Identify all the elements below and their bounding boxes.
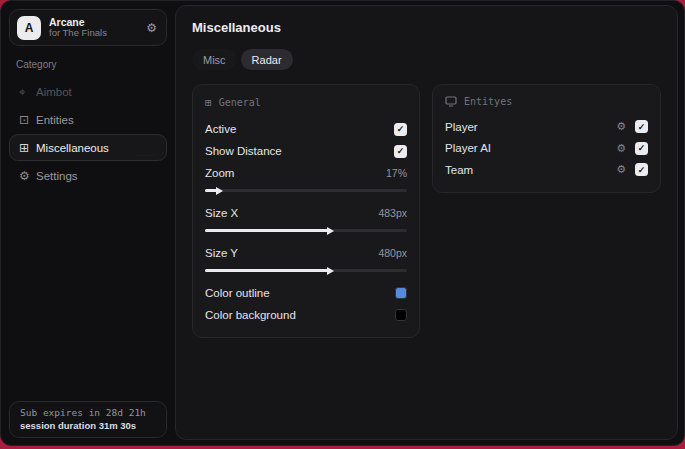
tab-bar: Misc Radar [192,49,661,70]
entity-row-player-ai: Player AI ⚙ ✓ [445,138,648,160]
cards-row: ⊞ General Active ✓ Show Distance ✓ Zoom … [192,84,661,338]
color-outline-label: Color outline [205,287,395,299]
entity-gear-icon[interactable]: ⚙ [616,164,626,175]
tab-misc[interactable]: Misc [192,49,237,70]
sidebar-nav: ⌖ Aimbot ⊡ Entities ⊞ Miscellaneous ····… [9,78,167,190]
general-card: ⊞ General Active ✓ Show Distance ✓ Zoom … [192,84,420,338]
size-x-row: Size X 483px [205,202,407,224]
entity-label: Team [445,164,616,176]
gear-icon: ⚙ [19,169,36,183]
profile-gear-icon[interactable]: ⚙ [146,21,157,35]
general-card-title: General [219,97,261,108]
avatar: A [17,16,41,40]
player-checkbox[interactable]: ✓ [635,120,648,133]
size-y-slider-fill [205,269,328,272]
profile-text: Arcane for The Finals [49,16,146,39]
size-y-slider-thumb[interactable] [327,267,334,275]
entities-card-header: Entityes [445,96,648,107]
color-background-swatch[interactable] [395,309,407,321]
crosshair-icon: ⌖ [19,85,36,99]
zoom-slider-fill [205,189,217,192]
entity-row-player: Player ⚙ ✓ [445,116,648,138]
category-label: Category [16,59,167,70]
entities-card-title: Entityes [464,96,512,107]
app-subtitle: for The Finals [49,28,146,39]
page-title: Miscellaneous [192,20,661,35]
main-panel: Miscellaneous Misc Radar ⊞ General Activ… [175,5,678,440]
size-y-label: Size Y [205,247,378,259]
entity-row-team: Team ⚙ ✓ [445,159,648,181]
sidebar-item-label: Entities [36,114,74,126]
sidebar-item-label: Miscellaneous [36,142,109,154]
entity-label: Player AI [445,142,616,154]
sidebar-item-label: Settings [36,170,78,182]
zoom-value: 17% [386,167,407,179]
show-distance-label: Show Distance [205,145,394,157]
zoom-slider-thumb[interactable] [216,187,223,195]
size-x-label: Size X [205,207,378,219]
entity-gear-icon[interactable]: ⚙ [616,143,626,154]
sidebar-item-settings[interactable]: ⚙ Settings [9,162,167,189]
subscription-card: Sub expires in 28d 21h session duration … [9,401,167,438]
sidebar-item-entities[interactable]: ⊡ Entities [9,106,167,133]
entities-card: Entityes Player ⚙ ✓ Player AI ⚙ ✓ Team ⚙… [432,84,661,193]
show-distance-row: Show Distance ✓ [205,140,407,162]
window-icon: ⊞ [205,96,212,109]
size-y-value: 480px [378,247,407,259]
sidebar-item-aimbot[interactable]: ⌖ Aimbot [9,78,167,105]
watermark: ······· [137,152,156,158]
entities-icon: ⊡ [19,113,36,127]
size-x-slider-fill [205,229,328,232]
color-background-label: Color background [205,309,395,321]
size-x-slider-thumb[interactable] [327,227,334,235]
zoom-label: Zoom [205,167,386,179]
tab-radar[interactable]: Radar [241,49,293,70]
monitor-icon [445,96,457,107]
session-duration-text: session duration 31m 30s [20,420,156,433]
entity-label: Player [445,121,616,133]
sub-expires-text: Sub expires in 28d 21h [20,407,156,420]
app-window: A Arcane for The Finals ⚙ Category ⌖ Aim… [0,0,685,446]
color-outline-swatch[interactable] [395,287,407,299]
show-distance-checkbox[interactable]: ✓ [394,145,407,158]
player-ai-checkbox[interactable]: ✓ [635,142,648,155]
size-x-slider[interactable] [205,229,407,232]
color-background-row: Color background [205,304,407,326]
profile-card[interactable]: A Arcane for The Finals ⚙ [9,9,167,46]
active-label: Active [205,123,394,135]
general-card-header: ⊞ General [205,96,407,109]
sidebar: A Arcane for The Finals ⚙ Category ⌖ Aim… [1,1,175,445]
size-y-row: Size Y 480px [205,242,407,264]
size-x-value: 483px [378,207,407,219]
color-outline-row: Color outline [205,282,407,304]
size-y-slider[interactable] [205,269,407,272]
entity-gear-icon[interactable]: ⚙ [616,121,626,132]
sidebar-item-miscellaneous[interactable]: ⊞ Miscellaneous ······· [9,134,167,161]
zoom-slider[interactable] [205,189,407,192]
sliders-icon: ⊞ [19,141,36,155]
active-row: Active ✓ [205,118,407,140]
active-checkbox[interactable]: ✓ [394,123,407,136]
sidebar-item-label: Aimbot [36,86,72,98]
team-checkbox[interactable]: ✓ [635,163,648,176]
zoom-row: Zoom 17% [205,162,407,184]
